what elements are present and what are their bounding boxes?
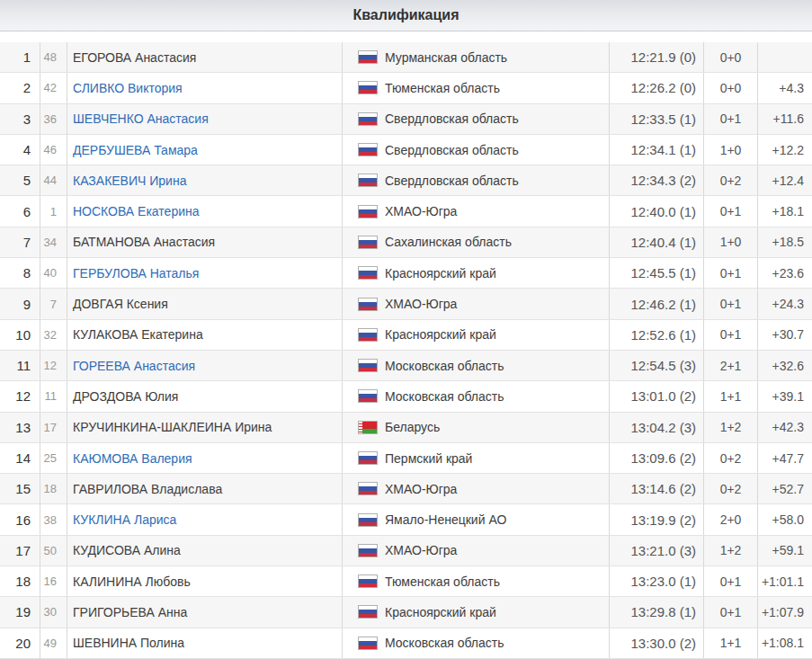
name-cell: КУКЛИНА Лариса <box>67 504 343 534</box>
flag-icon-by <box>358 421 378 434</box>
flag-icon-ru <box>358 112 378 126</box>
bib-cell: 49 <box>40 628 67 658</box>
flag-icon-ru <box>358 574 378 588</box>
region-label: Тюменская область <box>385 81 500 95</box>
name-cell: КУДИСОВА Алина <box>67 536 343 565</box>
bib-cell: 16 <box>40 566 67 596</box>
region-cell: Тюменская область <box>343 73 610 102</box>
penalty-cell: 0+1 <box>704 566 758 596</box>
region-cell: ХМАО-Югра <box>343 474 610 503</box>
time-cell: 12:34.1 (1) <box>610 135 704 165</box>
region-cell: Беларусь <box>343 413 610 442</box>
bib-cell: 38 <box>40 504 67 534</box>
rank-cell: 5 <box>0 165 40 195</box>
time-cell: 12:45.5 (1) <box>610 258 704 288</box>
region-cell: Сахалинская область <box>343 227 610 257</box>
athlete-link[interactable]: КУКЛИНА Лариса <box>73 512 176 527</box>
gap-cell: +4.3 <box>758 73 812 102</box>
athlete-name: ГАВРИЛОВА Владислава <box>73 482 222 496</box>
penalty-cell: 0+2 <box>704 443 758 473</box>
rank-cell: 4 <box>0 135 40 165</box>
bib-cell: 42 <box>40 73 67 102</box>
flag-icon-ru <box>358 205 378 218</box>
bib-cell: 7 <box>40 289 67 318</box>
penalty-cell: 1+2 <box>704 536 758 565</box>
time-cell: 12:34.3 (2) <box>610 165 704 195</box>
gap-cell: +52.7 <box>758 474 812 503</box>
penalty-cell: 0+1 <box>704 320 758 350</box>
page-title: Квалификация <box>352 7 459 23</box>
flag-icon-ru <box>358 328 378 342</box>
penalty-cell: 0+2 <box>704 165 758 195</box>
time-cell: 13:14.6 (2) <box>610 474 704 503</box>
name-cell: ШЕВНИНА Полина <box>67 628 343 658</box>
time-cell: 12:40.0 (1) <box>610 196 704 226</box>
bib-cell: 40 <box>40 258 67 288</box>
rank-cell: 16 <box>0 504 40 534</box>
region-cell: Ямало-Ненецкий АО <box>343 504 610 534</box>
flag-icon-ru <box>358 389 378 403</box>
flag-icon-ru <box>358 513 378 527</box>
rank-cell: 2 <box>0 73 40 102</box>
rank-cell: 13 <box>0 413 40 442</box>
flag-icon-ru <box>358 605 378 619</box>
penalty-cell: 0+1 <box>704 289 758 318</box>
rank-cell: 15 <box>0 474 40 503</box>
bib-cell: 48 <box>40 42 67 72</box>
athlete-link[interactable]: ДЕРБУШЕВА Тамара <box>73 143 198 157</box>
gap-cell: +42.3 <box>758 413 812 442</box>
penalty-cell: 0+1 <box>704 104 758 134</box>
region-label: Сахалинская область <box>385 235 512 249</box>
region-label: ХМАО-Югра <box>385 543 457 557</box>
name-cell: КУЛАКОВА Екатерина <box>67 320 343 350</box>
athlete-link[interactable]: ШЕВЧЕНКО Анастасия <box>73 111 209 126</box>
flag-icon-ru <box>358 236 378 249</box>
region-cell: Красноярский край <box>343 597 610 627</box>
time-cell: 13:04.2 (3) <box>610 413 704 442</box>
region-label: Красноярский край <box>385 605 496 619</box>
penalty-cell: 0+1 <box>704 597 758 627</box>
gap-cell: +59.1 <box>758 536 812 565</box>
athlete-link[interactable]: СЛИВКО Виктория <box>73 81 183 95</box>
athlete-link[interactable]: НОСКОВА Екатерина <box>73 204 200 218</box>
gap-cell: +1:08.1 <box>758 628 812 658</box>
time-cell: 13:29.8 (1) <box>610 597 704 627</box>
bib-cell: 44 <box>40 165 67 195</box>
athlete-link[interactable]: КАЗАКЕВИЧ Ирина <box>73 174 186 188</box>
result-row: 19 30 ГРИГОРЬЕВА Анна Красноярский край … <box>0 597 812 628</box>
result-row: 20 49 ШЕВНИНА Полина Московская область … <box>0 628 812 659</box>
region-label: Московская область <box>385 359 504 373</box>
result-row: 7 34 БАТМАНОВА Анастасия Сахалинская обл… <box>0 227 812 258</box>
result-row: 4 46 ДЕРБУШЕВА Тамара Свердловская облас… <box>0 135 812 165</box>
penalty-cell: 1+1 <box>704 381 758 411</box>
result-row: 1 48 ЕГОРОВА Анастасия Мурманская област… <box>0 42 812 73</box>
athlete-link[interactable]: КАЮМОВА Валерия <box>73 451 192 466</box>
rank-cell: 19 <box>0 597 40 627</box>
result-row: 14 25 КАЮМОВА Валерия Пермский край 13:0… <box>0 443 812 474</box>
gap-cell: +30.7 <box>758 320 812 350</box>
name-cell: ГОРЕЕВА Анастасия <box>67 351 343 380</box>
result-row: 3 36 ШЕВЧЕНКО Анастасия Свердловская обл… <box>0 104 812 135</box>
rank-cell: 20 <box>0 628 40 658</box>
flag-icon-ru <box>358 359 378 372</box>
gap-cell: +11.6 <box>758 104 812 134</box>
region-cell: Московская область <box>343 351 610 380</box>
region-cell: Красноярский край <box>343 258 610 288</box>
athlete-name: ДОВГАЯ Ксения <box>73 297 168 311</box>
region-cell: Свердловская область <box>343 104 610 134</box>
result-row: 9 7 ДОВГАЯ Ксения ХМАО-Югра 12:46.2 (1) … <box>0 289 812 319</box>
name-cell: КАЗАКЕВИЧ Ирина <box>67 165 343 195</box>
rank-cell: 14 <box>0 443 40 473</box>
flag-icon-ru <box>358 266 378 280</box>
region-cell: Свердловская область <box>343 165 610 195</box>
time-cell: 12:54.5 (3) <box>610 351 704 380</box>
penalty-cell: 1+1 <box>704 628 758 658</box>
result-row: 10 32 КУЛАКОВА Екатерина Красноярский кр… <box>0 320 812 351</box>
penalty-cell: 0+0 <box>704 73 758 102</box>
region-label: Свердловская область <box>385 111 519 126</box>
athlete-link[interactable]: ГЕРБУЛОВА Наталья <box>73 266 199 281</box>
time-cell: 13:09.6 (2) <box>610 443 704 473</box>
flag-icon-ru <box>358 451 378 465</box>
region-label: Свердловская область <box>385 143 519 157</box>
athlete-link[interactable]: ГОРЕЕВА Анастасия <box>73 359 195 373</box>
